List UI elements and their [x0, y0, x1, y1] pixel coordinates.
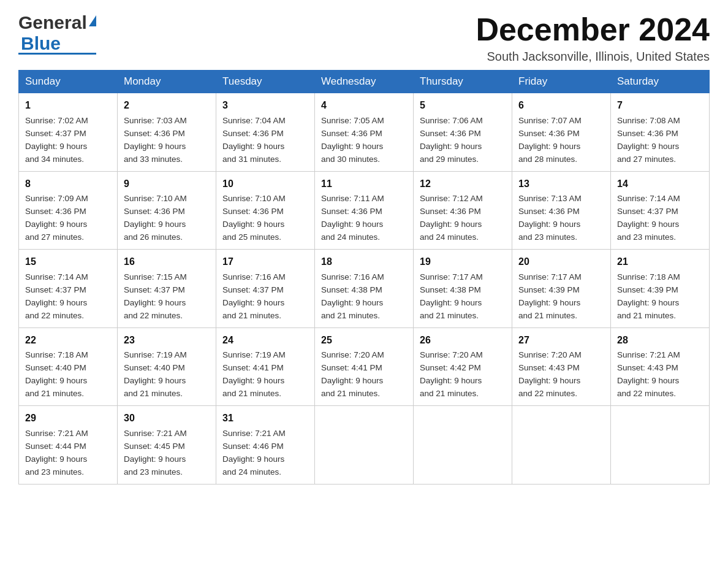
calendar-day-cell: 3 Sunrise: 7:04 AM Sunset: 4:36 PM Dayli…: [216, 93, 315, 171]
weekday-header-saturday: Saturday: [611, 71, 710, 93]
calendar-week-row: 22 Sunrise: 7:18 AM Sunset: 4:40 PM Dayl…: [19, 327, 710, 405]
weekday-header-friday: Friday: [512, 71, 611, 93]
weekday-header-row: SundayMondayTuesdayWednesdayThursdayFrid…: [19, 71, 710, 93]
calendar-week-row: 1 Sunrise: 7:02 AM Sunset: 4:37 PM Dayli…: [19, 93, 710, 171]
day-sunrise: Sunrise: 7:20 AM: [321, 350, 384, 359]
day-daylight: Daylight: 9 hoursand 24 minutes.: [321, 220, 383, 242]
logo: General Blue: [18, 12, 96, 55]
day-sunset: Sunset: 4:37 PM: [617, 207, 678, 216]
day-sunrise: Sunrise: 7:05 AM: [321, 116, 384, 125]
day-sunset: Sunset: 4:36 PM: [25, 207, 86, 216]
day-daylight: Daylight: 9 hoursand 21 minutes.: [222, 298, 284, 320]
day-number: 7: [617, 98, 703, 113]
calendar-day-cell: 16 Sunrise: 7:15 AM Sunset: 4:37 PM Dayl…: [118, 250, 216, 327]
calendar-week-row: 29 Sunrise: 7:21 AM Sunset: 4:44 PM Dayl…: [19, 406, 710, 484]
weekday-header-tuesday: Tuesday: [216, 71, 315, 93]
day-daylight: Daylight: 9 hoursand 21 minutes.: [420, 376, 482, 398]
calendar-day-cell: 28 Sunrise: 7:21 AM Sunset: 4:43 PM Dayl…: [611, 327, 710, 405]
day-daylight: Daylight: 9 hoursand 21 minutes.: [518, 298, 580, 320]
day-sunrise: Sunrise: 7:04 AM: [222, 116, 286, 125]
day-number: 3: [222, 98, 308, 113]
day-number: 22: [25, 333, 111, 348]
day-daylight: Daylight: 9 hoursand 21 minutes.: [321, 376, 383, 398]
weekday-header-sunday: Sunday: [19, 71, 118, 93]
logo-general-text: General: [18, 12, 87, 33]
logo-triangle-icon: [89, 15, 96, 26]
title-block: December 2024 South Jacksonville, Illino…: [476, 12, 710, 64]
day-sunset: Sunset: 4:36 PM: [420, 129, 481, 138]
day-sunset: Sunset: 4:42 PM: [420, 363, 481, 372]
day-sunrise: Sunrise: 7:14 AM: [617, 194, 680, 203]
day-sunrise: Sunrise: 7:18 AM: [617, 272, 680, 282]
day-daylight: Daylight: 9 hoursand 27 minutes.: [25, 220, 87, 242]
day-sunset: Sunset: 4:37 PM: [222, 285, 284, 294]
day-number: 18: [321, 255, 407, 270]
day-daylight: Daylight: 9 hoursand 21 minutes.: [25, 376, 87, 398]
day-number: 10: [222, 177, 308, 192]
day-sunrise: Sunrise: 7:17 AM: [518, 272, 582, 282]
day-sunrise: Sunrise: 7:21 AM: [617, 350, 680, 359]
calendar-day-cell: 8 Sunrise: 7:09 AM Sunset: 4:36 PM Dayli…: [19, 171, 118, 249]
day-sunrise: Sunrise: 7:21 AM: [222, 429, 286, 438]
day-daylight: Daylight: 9 hoursand 22 minutes.: [617, 376, 679, 398]
calendar-day-cell: 20 Sunrise: 7:17 AM Sunset: 4:39 PM Dayl…: [512, 250, 611, 327]
day-sunset: Sunset: 4:37 PM: [25, 129, 86, 138]
day-sunset: Sunset: 4:36 PM: [321, 129, 382, 138]
day-daylight: Daylight: 9 hoursand 23 minutes.: [124, 454, 186, 477]
day-sunrise: Sunrise: 7:15 AM: [124, 272, 187, 282]
calendar-day-cell: 27 Sunrise: 7:20 AM Sunset: 4:43 PM Dayl…: [512, 327, 611, 405]
location-title: South Jacksonville, Illinois, United Sta…: [476, 50, 710, 64]
calendar-day-cell: 29 Sunrise: 7:21 AM Sunset: 4:44 PM Dayl…: [19, 406, 118, 484]
day-number: 30: [124, 411, 210, 426]
day-sunrise: Sunrise: 7:20 AM: [518, 350, 582, 359]
day-daylight: Daylight: 9 hoursand 21 minutes.: [617, 298, 679, 320]
empty-cell: [414, 406, 512, 484]
day-daylight: Daylight: 9 hoursand 22 minutes.: [25, 298, 87, 320]
day-sunset: Sunset: 4:46 PM: [222, 442, 284, 451]
empty-cell: [611, 406, 710, 484]
day-number: 2: [124, 98, 210, 113]
day-number: 8: [25, 177, 111, 192]
day-number: 25: [321, 333, 407, 348]
day-sunset: Sunset: 4:36 PM: [420, 207, 481, 216]
day-daylight: Daylight: 9 hoursand 23 minutes.: [617, 220, 679, 242]
calendar-day-cell: 2 Sunrise: 7:03 AM Sunset: 4:36 PM Dayli…: [118, 93, 216, 171]
day-sunset: Sunset: 4:36 PM: [321, 207, 382, 216]
day-sunset: Sunset: 4:40 PM: [25, 363, 86, 372]
day-sunrise: Sunrise: 7:11 AM: [321, 194, 384, 203]
calendar-day-cell: 21 Sunrise: 7:18 AM Sunset: 4:39 PM Dayl…: [611, 250, 710, 327]
day-number: 21: [617, 255, 703, 270]
calendar-day-cell: 4 Sunrise: 7:05 AM Sunset: 4:36 PM Dayli…: [315, 93, 414, 171]
calendar-day-cell: 24 Sunrise: 7:19 AM Sunset: 4:41 PM Dayl…: [216, 327, 315, 405]
calendar-day-cell: 31 Sunrise: 7:21 AM Sunset: 4:46 PM Dayl…: [216, 406, 315, 484]
day-number: 31: [222, 411, 308, 426]
day-sunrise: Sunrise: 7:13 AM: [518, 194, 582, 203]
day-sunset: Sunset: 4:36 PM: [518, 207, 580, 216]
calendar-day-cell: 10 Sunrise: 7:10 AM Sunset: 4:36 PM Dayl…: [216, 171, 315, 249]
day-number: 20: [518, 255, 604, 270]
calendar-day-cell: 12 Sunrise: 7:12 AM Sunset: 4:36 PM Dayl…: [414, 171, 512, 249]
day-daylight: Daylight: 9 hoursand 21 minutes.: [222, 376, 284, 398]
day-daylight: Daylight: 9 hoursand 21 minutes.: [124, 376, 186, 398]
day-number: 11: [321, 177, 407, 192]
day-number: 17: [222, 255, 308, 270]
day-number: 26: [420, 333, 506, 348]
day-daylight: Daylight: 9 hoursand 34 minutes.: [25, 142, 87, 164]
day-number: 23: [124, 333, 210, 348]
day-sunrise: Sunrise: 7:10 AM: [222, 194, 286, 203]
day-sunset: Sunset: 4:38 PM: [420, 285, 481, 294]
calendar-day-cell: 25 Sunrise: 7:20 AM Sunset: 4:41 PM Dayl…: [315, 327, 414, 405]
calendar-week-row: 8 Sunrise: 7:09 AM Sunset: 4:36 PM Dayli…: [19, 171, 710, 249]
calendar-day-cell: 15 Sunrise: 7:14 AM Sunset: 4:37 PM Dayl…: [19, 250, 118, 327]
day-sunset: Sunset: 4:36 PM: [617, 129, 678, 138]
calendar-day-cell: 1 Sunrise: 7:02 AM Sunset: 4:37 PM Dayli…: [19, 93, 118, 171]
day-daylight: Daylight: 9 hoursand 21 minutes.: [420, 298, 482, 320]
calendar-week-row: 15 Sunrise: 7:14 AM Sunset: 4:37 PM Dayl…: [19, 250, 710, 327]
day-sunrise: Sunrise: 7:16 AM: [222, 272, 286, 282]
day-number: 16: [124, 255, 210, 270]
day-sunrise: Sunrise: 7:09 AM: [25, 194, 88, 203]
day-number: 24: [222, 333, 308, 348]
day-sunset: Sunset: 4:36 PM: [518, 129, 580, 138]
day-number: 14: [617, 177, 703, 192]
weekday-header-thursday: Thursday: [414, 71, 512, 93]
